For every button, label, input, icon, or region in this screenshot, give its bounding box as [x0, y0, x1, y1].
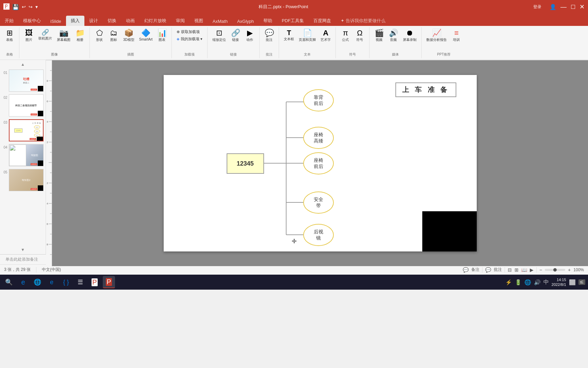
slide-thumb-3[interactable]: 03 上车准备 12345 靠背 座椅 前后 安全 后视 [1, 119, 44, 142]
comments-label[interactable]: 批注 [494, 267, 502, 273]
icon-button[interactable]: 🗂 图标 [107, 29, 120, 43]
textbox-button[interactable]: T 文本框 [282, 29, 296, 42]
zoom-out-button[interactable]: − [539, 267, 542, 273]
tab-view[interactable]: 视图 [190, 16, 208, 26]
slide-thumb-1[interactable]: 01 吐槽 科目二 LEES [1, 69, 44, 92]
mind-node-4[interactable]: 安全带 [303, 191, 334, 214]
mind-center-box[interactable]: 12345 [227, 153, 264, 174]
outline-view-button[interactable]: ⊞ [514, 267, 519, 273]
table-button[interactable]: ⊞ 表格 [3, 29, 16, 43]
tab-help[interactable]: 帮助 [259, 16, 277, 26]
notes-label[interactable]: 备注 [471, 267, 479, 273]
login-button[interactable]: 登录 [529, 3, 545, 11]
comments-toggle[interactable]: 💬 [485, 267, 491, 273]
online-picture-button[interactable]: 🔗 联机图片 [36, 29, 54, 42]
tab-baidu[interactable]: 百度网盘 [309, 16, 336, 26]
ime-icon[interactable]: 中 [543, 279, 549, 286]
slide-thumb-4[interactable]: 04 驾驶图 LEES [1, 143, 44, 167]
tab-insert[interactable]: 插入 [66, 16, 84, 26]
picture-button[interactable]: 🖼 图片 [22, 29, 36, 43]
taskbar-chrome-icon: 🌐 [34, 278, 41, 286]
maximize-button[interactable]: ☐ [571, 4, 575, 10]
screenshot-button[interactable]: 📷 屏幕截图 [55, 29, 72, 43]
chart-button[interactable]: 📊 图表 [155, 29, 169, 43]
slide-canvas[interactable]: 上 车 准 备 [52, 60, 588, 266]
close-button[interactable]: ✕ [579, 3, 585, 11]
taskbar-ie[interactable]: e [46, 276, 58, 288]
slideshow-view-button[interactable]: ▶ [530, 267, 534, 273]
taskbar-chrome[interactable]: 🌐 [31, 276, 44, 288]
tab-start[interactable]: 开始 [0, 16, 18, 26]
taskbar-edge[interactable]: e [17, 276, 29, 288]
scroll-up-icon[interactable]: ▲ [21, 62, 25, 67]
tab-search[interactable]: ✦ 告诉我你想要做什么 [336, 16, 390, 26]
tab-animation[interactable]: 动画 [121, 16, 140, 26]
mind-node-1[interactable]: 靠背前后 [303, 89, 334, 111]
3dmodel-button[interactable]: 📦 3D模型 [121, 29, 136, 43]
comment-button[interactable]: 💬 批注 [262, 29, 276, 43]
mind-node-2[interactable]: 座椅高矮 [303, 127, 334, 149]
zoom-button[interactable]: ⊡ 缩放定位 [210, 29, 228, 43]
taskbar-ppt-active[interactable]: P [103, 276, 115, 288]
slide-thumb-2[interactable]: 02 科目二各项目的细节 LEES [1, 94, 44, 117]
taskbar-vscode[interactable]: { } [60, 276, 72, 288]
symbol-button[interactable]: Ω 符号 [353, 29, 366, 43]
normal-view-button[interactable]: ⊟ [508, 267, 512, 273]
group-table: ⊞ 表格 表格 [0, 27, 19, 58]
audio-button[interactable]: 🔊 音频 [387, 29, 400, 43]
zoom-slider[interactable] [545, 269, 565, 271]
group-ppt-recommend: 📈 数据分析报告 ≡ 培训 PPT推荐 [422, 27, 466, 58]
textbox-icon: T [287, 29, 291, 36]
screenrecord-button[interactable]: ⏺ 屏幕录制 [401, 29, 419, 43]
smartart-button[interactable]: 🔷 SmartArt [137, 29, 154, 42]
save-icon[interactable]: 💾 [12, 4, 19, 10]
tab-axglyph[interactable]: AxGlyph [232, 17, 259, 26]
slide-tag-5 [38, 185, 43, 191]
slide-title[interactable]: 上 车 准 备 [395, 82, 456, 97]
tab-template[interactable]: 模板中心 [18, 16, 46, 26]
tab-review[interactable]: 审阅 [171, 16, 190, 26]
account-icon[interactable]: 👤 [550, 4, 556, 10]
header-footer-button[interactable]: 📄 页眉和页脚 [297, 29, 318, 43]
taskbar-terminal[interactable]: ☰ [74, 276, 86, 288]
equation-button[interactable]: π 公式 [339, 29, 352, 43]
redo-icon[interactable]: ↪ [29, 4, 33, 10]
clock[interactable]: 14:15 2022/8/1 [552, 277, 566, 287]
slide-num-2: 02 [2, 96, 7, 99]
training-button[interactable]: ≡ 培训 [450, 29, 463, 43]
undo-icon[interactable]: ↩ [22, 4, 26, 10]
tab-slideshow[interactable]: 幻灯片放映 [140, 16, 171, 26]
minimize-button[interactable]: — [560, 3, 567, 11]
action-button[interactable]: ▶ 动作 [243, 29, 257, 43]
my-addins-button[interactable]: ◈ 我的加载项 ▾ [175, 36, 205, 42]
taskbar-ppt-launcher[interactable]: P [88, 276, 101, 288]
ribbon-tabs: 开始 模板中心 iSlide 插入 设计 切换 动画 幻灯片放映 审阅 视图 A… [0, 14, 588, 26]
slide-thumb-5[interactable]: 05 驾车图2 LEES [1, 168, 44, 192]
customize-icon[interactable]: ▾ [35, 4, 38, 10]
battery-icon[interactable]: ⚡ [505, 279, 512, 286]
video-button[interactable]: 🎬 视频 [372, 29, 386, 43]
album-button[interactable]: 📁 相册 [73, 29, 87, 43]
get-addins-button[interactable]: ⊕ 获取加载项 [175, 29, 202, 35]
comment-icon: 💬 [265, 29, 274, 37]
zoom-in-button[interactable]: + [568, 267, 571, 273]
show-desktop-icon[interactable]: ⬜ [569, 279, 576, 286]
group-addins-label: 加载项 [175, 52, 205, 57]
mind-node-5[interactable]: 后视镜 [303, 224, 334, 246]
tab-transition[interactable]: 切换 [103, 16, 121, 26]
volume-icon[interactable]: 🔊 [534, 279, 541, 286]
mind-node-3[interactable]: 座椅前后 [303, 152, 334, 174]
wordart-button[interactable]: A 艺术字 [318, 29, 333, 43]
network-icon[interactable]: 🌐 [524, 279, 531, 286]
notes-toggle[interactable]: 💬 [463, 267, 469, 273]
shape-button[interactable]: ⬠ 形状 [93, 29, 106, 43]
tab-axmath[interactable]: AxMath [208, 17, 232, 26]
link-button[interactable]: 🔗 链接 [229, 29, 242, 43]
scroll-down-icon[interactable]: ▼ [21, 247, 25, 252]
tab-design[interactable]: 设计 [84, 16, 103, 26]
tab-pdf[interactable]: PDF工具集 [277, 16, 309, 26]
taskbar-search[interactable]: 🔍 [3, 276, 15, 288]
tab-islide[interactable]: iSlide [46, 17, 66, 26]
data-report-button[interactable]: 📈 数据分析报告 [424, 29, 449, 43]
reading-view-button[interactable]: 📖 [521, 267, 527, 273]
